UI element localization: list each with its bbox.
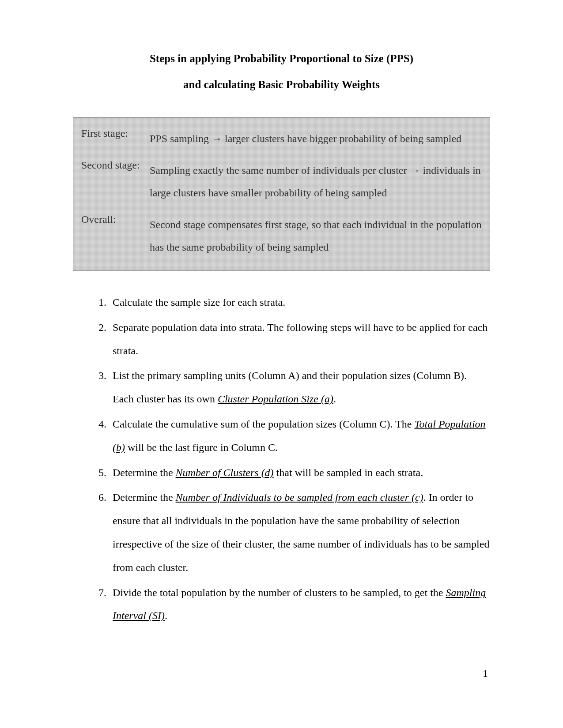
callout-row-first-stage: First stage: PPS sampling → larger clust… [81,128,482,150]
underlined-term: Number of Clusters (d) [176,467,274,478]
step-item: 1.Calculate the sample size for each str… [91,291,490,314]
step-number: 2. [91,316,113,363]
step-item: 2.Separate population data into strata. … [91,316,490,363]
step-item: 7.Divide the total population by the num… [91,581,490,628]
step-text: Calculate the cumulative sum of the popu… [113,413,490,459]
step-text-segment: Determine the [113,467,176,478]
callout-label: First stage: [81,128,150,150]
step-item: 3.List the primary sampling units (Colum… [91,364,490,411]
step-text: Determine the Number of Individuals to b… [113,486,490,579]
callout-label: Second stage: [81,159,150,204]
step-text-segment: Separate population data into strata. Th… [113,322,487,356]
callout-row-second-stage: Second stage: Sampling exactly the same … [81,159,482,204]
step-text-segment: that will be sampled in each strata. [274,467,423,478]
step-text-segment: . In order to ensure that all individual… [113,492,489,573]
callout-row-overall: Overall: Second stage compensates first … [81,214,482,258]
step-text-segment: Determine the [113,492,176,503]
step-text-segment: . [165,610,167,621]
callout-text: Sampling exactly the same number of indi… [150,159,482,204]
page-number: 1 [483,668,488,679]
step-item: 5.Determine the Number of Clusters (d) t… [91,461,490,484]
step-text: Calculate the sample size for each strat… [113,291,490,314]
page-content: Steps in applying Probability Proportion… [0,0,563,627]
step-number: 7. [91,581,113,628]
step-text: Determine the Number of Clusters (d) tha… [113,461,490,484]
step-number: 6. [91,486,113,579]
callout-text: Second stage compensates first stage, so… [150,214,482,258]
stages-callout-box: First stage: PPS sampling → larger clust… [73,117,490,271]
callout-text: PPS sampling → larger clusters have bigg… [150,128,482,150]
step-number: 5. [91,461,113,484]
step-text: Separate population data into strata. Th… [113,316,490,363]
step-text-segment: Calculate the cumulative sum of the popu… [113,418,414,430]
step-text-segment: Calculate the sample size for each strat… [113,296,285,308]
step-text: Divide the total population by the numbe… [113,581,490,628]
step-text-segment: . [333,393,336,405]
steps-list: 1.Calculate the sample size for each str… [73,291,490,627]
callout-label: Overall: [81,214,150,258]
step-number: 1. [91,291,113,314]
step-item: 6.Determine the Number of Individuals to… [91,486,490,579]
underlined-term: Number of Individuals to be sampled from… [176,492,423,503]
step-number: 3. [91,364,113,411]
step-item: 4.Calculate the cumulative sum of the po… [91,413,490,459]
underlined-term: Cluster Population Size (a) [218,393,333,405]
step-text-segment: will be the last figure in Column C. [125,442,278,453]
step-text-segment: Divide the total population by the numbe… [113,587,446,598]
step-text: List the primary sampling units (Column … [113,364,490,411]
step-number: 4. [91,413,113,459]
title-line-2: and calculating Basic Probability Weight… [73,79,490,91]
title-line-1: Steps in applying Probability Proportion… [73,51,490,66]
